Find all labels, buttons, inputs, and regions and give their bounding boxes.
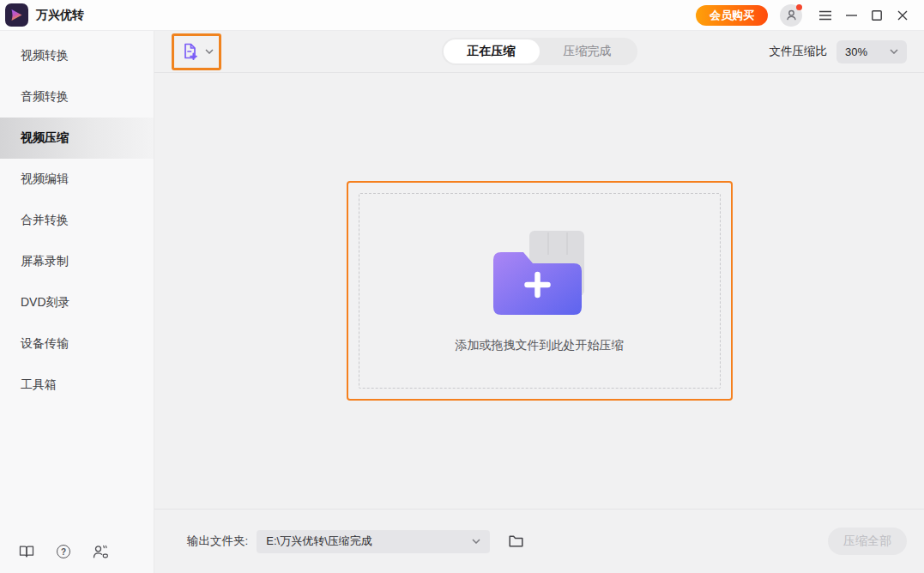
- compression-ratio-value: 30%: [845, 45, 867, 58]
- titlebar: 万兴优转 会员购买: [0, 0, 924, 31]
- add-file-button[interactable]: [172, 33, 221, 70]
- tab-completed[interactable]: 压缩完成: [540, 39, 636, 63]
- output-folder-label: 输出文件夹:: [187, 534, 248, 549]
- compression-ratio-select[interactable]: 30%: [836, 40, 907, 63]
- browse-folder-button[interactable]: [505, 531, 526, 552]
- main-header: 正在压缩 压缩完成 文件压缩比 30%: [154, 31, 924, 73]
- titlebar-controls: 会员购买: [696, 3, 915, 27]
- add-folder-icon: [492, 229, 588, 315]
- tab-compressing[interactable]: 正在压缩: [444, 39, 540, 63]
- sidebar-item-screen-record[interactable]: 屏幕录制: [0, 241, 154, 282]
- sidebar-item-dvd-burn[interactable]: DVD刻录: [0, 282, 154, 323]
- user-avatar[interactable]: [780, 4, 802, 27]
- help-icon[interactable]: ?: [56, 544, 71, 559]
- person-icon: [785, 9, 798, 21]
- status-tabs: 正在压缩 压缩完成: [442, 38, 637, 65]
- sidebar: 视频转换 音频转换 视频压缩 视频编辑 合并转换 屏幕录制 DVD刻录 设备传输…: [0, 31, 154, 573]
- chevron-down-icon: [890, 49, 898, 54]
- membership-buy-button[interactable]: 会员购买: [696, 5, 768, 26]
- notification-dot-icon: [796, 4, 802, 10]
- sidebar-item-video-compress[interactable]: 视频压缩: [0, 118, 154, 159]
- file-dropzone[interactable]: 添加或拖拽文件到此处开始压缩: [347, 181, 733, 401]
- compression-ratio-label: 文件压缩比: [770, 44, 828, 59]
- main-content: 添加或拖拽文件到此处开始压缩: [154, 73, 924, 509]
- add-document-icon: [179, 41, 201, 63]
- app-title: 万兴优转: [36, 8, 84, 23]
- sidebar-item-video-edit[interactable]: 视频编辑: [0, 159, 154, 200]
- sidebar-item-toolbox[interactable]: 工具箱: [0, 365, 154, 406]
- output-folder-path: E:\万兴优转\压缩完成: [266, 534, 372, 549]
- chevron-down-icon: [205, 49, 214, 54]
- maximize-icon[interactable]: [864, 3, 890, 27]
- compression-ratio-group: 文件压缩比 30%: [770, 40, 908, 63]
- community-icon[interactable]: [93, 544, 108, 559]
- output-folder-select[interactable]: E:\万兴优转\压缩完成: [257, 530, 490, 553]
- sidebar-footer: ?: [19, 544, 108, 559]
- minimize-icon[interactable]: [838, 3, 864, 27]
- main-panel: 正在压缩 压缩完成 文件压缩比 30%: [154, 31, 924, 573]
- app-window: 万兴优转 会员购买: [0, 0, 924, 573]
- sidebar-item-merge-convert[interactable]: 合并转换: [0, 200, 154, 241]
- sidebar-item-audio-convert[interactable]: 音频转换: [0, 76, 154, 118]
- sidebar-item-device-transfer[interactable]: 设备传输: [0, 323, 154, 365]
- guide-book-icon[interactable]: [19, 544, 34, 559]
- close-icon[interactable]: [890, 3, 915, 27]
- chevron-down-icon: [472, 539, 480, 544]
- folder-icon: [509, 535, 523, 547]
- app-logo-icon: [5, 3, 28, 27]
- sidebar-item-video-convert[interactable]: 视频转换: [0, 35, 154, 76]
- dropzone-hint: 添加或拖拽文件到此处开始压缩: [456, 338, 624, 353]
- menu-icon[interactable]: [812, 3, 838, 27]
- compress-all-button[interactable]: 压缩全部: [828, 528, 907, 555]
- footer-bar: 输出文件夹: E:\万兴优转\压缩完成 压缩全部: [154, 509, 924, 573]
